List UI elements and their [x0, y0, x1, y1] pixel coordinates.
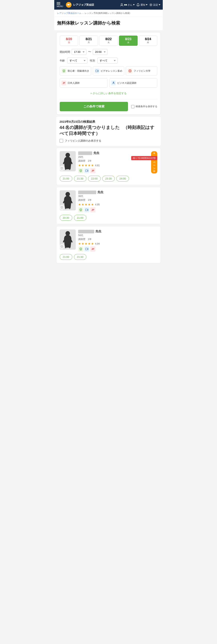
- time-slot-0-0[interactable]: 21:00: [60, 176, 72, 182]
- save-conditions-checkbox[interactable]: [131, 105, 134, 108]
- star-1-1: ★: [82, 202, 84, 206]
- logo-icon: [66, 2, 72, 8]
- date-num-1: 8/21: [80, 37, 97, 41]
- teacher-name-blur-2: [78, 230, 94, 233]
- svg-point-7: [66, 153, 70, 157]
- more-conditions-button[interactable]: + さらに詳しい条件を指定する: [60, 90, 157, 96]
- more-conditions-label: + さらに詳しい条件を指定する: [90, 92, 126, 95]
- star-1-0: ★: [78, 202, 81, 206]
- time-slot-1-0[interactable]: 20:30: [60, 215, 72, 221]
- time-to-select[interactable]: 20:00 20:30 21:00: [93, 49, 108, 55]
- badge-beginner-0: [78, 168, 84, 173]
- tag-video[interactable]: ビデオレッスン多め: [93, 66, 124, 76]
- logo: レアジョブ英会話: [66, 2, 117, 8]
- tag-biz[interactable]: ビジネス認定講師: [109, 78, 157, 88]
- campaign-badge-0: キャンペーン中: [151, 151, 157, 174]
- user-suffix: さん: [128, 3, 132, 7]
- notify-chevron-icon: [146, 4, 148, 6]
- settings-label: 設定: [153, 3, 158, 7]
- badge-video-2: [84, 246, 90, 252]
- teacher-exp-2: 講師歴 1年: [78, 238, 157, 241]
- header: MENU レアジョブ英会話 ■■ さん 通知: [54, 0, 163, 10]
- page-title-section: 無料体験レッスン講師から検索: [54, 17, 163, 30]
- heart-icon-0: [60, 167, 63, 170]
- time-tilde: 〜: [88, 50, 91, 54]
- time-slot-0-3[interactable]: 23:30: [102, 176, 115, 182]
- date-day-3: 水: [120, 41, 136, 44]
- notify-label: 通知: [140, 3, 145, 7]
- date-num-2: 8/22: [100, 37, 117, 41]
- jp-icon: JP: [62, 80, 66, 85]
- teacher-name-row-1: 先生: [78, 190, 157, 194]
- date-button-2[interactable]: 8/22 火: [99, 36, 118, 46]
- page-title: 無料体験レッスン講師から検索: [57, 20, 160, 26]
- date-selector: 8/20 日 8/21 月 8/22 火 8/23 水 8/24 木: [60, 36, 157, 46]
- time-slot-0-4[interactable]: 24:00: [116, 176, 129, 182]
- tag-jp[interactable]: JP 日本人講師: [60, 78, 108, 88]
- philippines-filter-checkbox[interactable]: [60, 139, 63, 142]
- results-count-label: 名の講師が見つかりました: [65, 125, 120, 130]
- tag-beginner[interactable]: 初心者・初級者向き: [60, 66, 91, 76]
- menu-button[interactable]: MENU: [57, 2, 63, 8]
- time-slot-2-0[interactable]: 21:00: [60, 254, 72, 260]
- badge-jp-2: JP: [90, 246, 96, 252]
- time-range-row: 開始時間 17:30 18:00 18:30 19:00 〜 20:00 20:…: [60, 49, 157, 55]
- heart-icon-1: [60, 206, 63, 209]
- save-conditions-label[interactable]: 検索条件を保存する: [131, 105, 157, 108]
- time-slot-2-1[interactable]: 21:30: [74, 254, 86, 260]
- age-select[interactable]: すべて 20代 30代 40代 50代: [67, 58, 88, 64]
- gender-select[interactable]: すべて 男性 女性: [98, 58, 118, 64]
- tags-row2: JP 日本人講師 ビジネス認定講師: [60, 78, 157, 88]
- date-num-3: 8/23: [120, 37, 136, 41]
- rating-num-0: 4.81: [95, 164, 100, 167]
- badge-jp-1: JP: [90, 207, 96, 212]
- teacher-name-suffix-0: 先生: [94, 151, 100, 155]
- date-button-0[interactable]: 8/20 日: [60, 36, 78, 46]
- menu-label: MENU: [57, 5, 63, 8]
- search-button[interactable]: この条件で検索: [60, 102, 128, 111]
- date-button-3[interactable]: 8/23 水: [119, 36, 138, 46]
- settings-button[interactable]: 設定: [149, 3, 160, 7]
- tag-beginner-label: 初心者・初級者向き: [68, 69, 89, 73]
- teacher-badges-0: JP: [78, 168, 157, 173]
- svg-point-11: [66, 231, 70, 236]
- time-from-select[interactable]: 17:30 18:00 18:30 19:00: [72, 49, 86, 55]
- user-menu[interactable]: ■■ さん: [120, 3, 135, 7]
- results-number: 44: [60, 125, 64, 130]
- star-0-3: ★: [88, 164, 90, 167]
- biz-icon: [111, 80, 116, 85]
- teacher-top-1: 先生 30代 講師歴 1年 ★ ★ ★ ★ ★ 4.95 JP: [60, 190, 157, 212]
- svg-rect-4: [96, 70, 98, 72]
- time-label: 開始時間: [60, 50, 70, 54]
- badge-jp-0: JP: [90, 168, 96, 173]
- ph-icon: [128, 68, 132, 73]
- teacher-info-0: 先生 20代 講師歴 1年 ★ ★ ★ ★ ★ 4.81 JP: [78, 151, 157, 173]
- time-slot-0-2[interactable]: 22:00: [88, 176, 101, 182]
- time-slot-1-1[interactable]: 21:00: [74, 215, 86, 221]
- time-slot-0-1[interactable]: 21:30: [74, 176, 86, 182]
- breadcrumb-current: レッスン予約(無料体験レッスン講師から検索): [84, 12, 130, 15]
- video-icon: [95, 68, 100, 73]
- results-date: 2023年8月23日の検索結果: [60, 120, 158, 124]
- teacher-stars-2: ★ ★ ★ ★ ★ 4.94: [78, 242, 157, 246]
- svg-point-3: [150, 4, 152, 6]
- date-button-1[interactable]: 8/21 月: [79, 36, 98, 46]
- teacher-name-row-0: 先生: [78, 151, 157, 155]
- teacher-card-2: 先生 50代 講師歴 1年 ★ ★ ★ ★ ★ 4.94 JP: [56, 226, 161, 263]
- teacher-avatar-0[interactable]: [60, 151, 76, 171]
- date-button-4[interactable]: 8/24 木: [139, 36, 157, 46]
- star-2-1: ★: [82, 242, 84, 246]
- tag-ph-label: フィリピン大学: [134, 69, 150, 73]
- rating-num-1: 4.95: [95, 203, 100, 206]
- badge-video-0: [84, 168, 90, 173]
- teacher-avatar-2[interactable]: [60, 230, 76, 250]
- teacher-avatar-1[interactable]: [60, 190, 76, 210]
- tag-jp-label: 日本人講師: [68, 81, 80, 85]
- breadcrumb-home[interactable]: レアジョブ英会話ホーム: [57, 12, 82, 15]
- teacher-top-2: 先生 50代 講師歴 1年 ★ ★ ★ ★ ★ 4.94 JP: [60, 230, 157, 252]
- beginner-icon: [62, 68, 66, 73]
- filter-row: 年齢 すべて 20代 30代 40代 50代 性別 すべて 男性 女性: [60, 58, 157, 64]
- notification-button[interactable]: 通知: [136, 3, 148, 7]
- star-1-3: ★: [88, 202, 90, 206]
- tag-ph[interactable]: フィリピン大学: [126, 66, 157, 76]
